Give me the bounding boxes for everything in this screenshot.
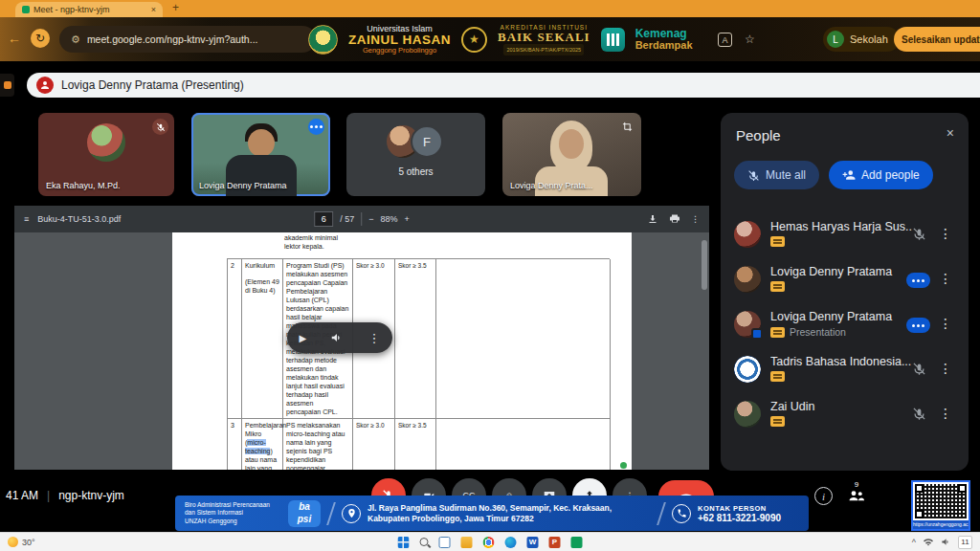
zoom-out-icon[interactable]: − [368,214,373,224]
tab-close-icon[interactable]: × [151,5,156,14]
print-icon[interactable] [669,213,680,225]
meet-favicon [22,6,30,13]
avatar [734,401,761,428]
participant-name: Hemas Haryas Harja Sus... [770,220,912,233]
profile-avatar: L [827,31,844,48]
university-line3: Genggong Probolinggo [348,45,451,55]
keyboard-badge-icon [770,416,785,427]
participant-menu-icon[interactable]: ⋮ [939,361,952,376]
header-branding: Universitas Islam ZAINUL HASAN Genggong … [308,17,693,61]
download-icon[interactable] [647,213,658,225]
selected-text: micro-teaching [245,439,270,454]
table-cell-skor1: Skor ≥ 3.0 [353,419,395,470]
finish-update-button[interactable]: Selesaikan update [894,27,980,52]
address-line1: Jl. Raya Panglima Sudirman No.360, Semam… [368,503,651,514]
weather-widget[interactable]: 30° [8,537,35,547]
pdf-scrollbar[interactable] [702,240,707,290]
presenting-label: Loviga Denny Pratama (Presenting) [61,78,244,92]
participant-row[interactable]: Zai Udin ⋮ [721,392,969,437]
participant-row[interactable]: Loviga Denny Pratama Presentation ⋮ [721,302,969,347]
qr-code: https://unzahgenggong.ac.id [911,480,970,531]
edge-icon[interactable] [505,537,517,548]
volume-tray-icon[interactable] [941,537,951,547]
wifi-icon[interactable] [923,538,934,547]
participants-button[interactable]: 9 [848,481,865,502]
participant-menu-icon[interactable]: ⋮ [939,316,952,331]
unzah-logo [308,25,338,55]
crop-icon[interactable] [619,119,635,135]
video-tile-eka[interactable]: Eka Rahayu, M.Pd. [38,113,174,196]
pdf-sidebar-icon[interactable]: ≡ [24,214,29,224]
people-panel-close-icon[interactable]: × [947,125,954,141]
media-controls-overlay: ▶ ⋮ [287,322,392,353]
table-cell-title: Pembelajaran Mikro (micro-teaching) atau… [242,419,283,470]
browser-profile-button[interactable]: L Sekolah [823,27,900,52]
participant-menu-icon[interactable]: ⋮ [939,226,952,241]
kemenag-label: Kemenag [635,28,693,39]
mic-muted-icon [152,119,168,135]
mic-muted-icon [912,362,926,376]
site-settings-icon[interactable]: ⚙ [71,33,80,46]
new-tab-button[interactable]: + [172,1,179,14]
contact-label: KONTAK PERSON [698,504,781,513]
avatar-initial: F [411,125,443,158]
keyboard-badge-icon [770,327,785,338]
audio-level-icon [308,119,324,135]
pdf-filename: Buku-4-TU-51-3.0.pdf [37,214,121,224]
presenting-banner: Loviga Denny Pratama (Presenting) [27,73,980,98]
tile-name: Eka Rahayu, M.Pd. [46,181,121,190]
avatar [734,266,761,293]
participant-menu-icon[interactable]: ⋮ [939,406,952,421]
meeting-details-button[interactable]: i [814,487,833,505]
volume-icon[interactable] [330,331,344,344]
powerpoint-icon[interactable]: P [549,537,561,548]
chrome-icon[interactable] [483,537,495,548]
mute-all-button[interactable]: Mute all [734,161,819,189]
keyboard-badge-icon [770,281,785,292]
word-icon[interactable]: W [527,537,539,548]
selection-handle[interactable] [620,462,627,469]
side-toolbar-icon[interactable] [0,74,14,97]
zoom-in-icon[interactable]: + [405,214,410,224]
video-tile-loviga2[interactable]: Loviga Denny Prata... [502,113,641,196]
notification-badge[interactable]: 11 [958,536,972,549]
kemenag-tagline: Berdampak [635,39,693,51]
pdf-more-icon[interactable]: ⋮ [691,214,700,224]
url-bar[interactable]: ⚙ meet.google.com/ngp-ktnv-yjm?auth... [59,26,316,53]
phone-icon [672,504,691,523]
bookmark-star-icon[interactable]: ☆ [745,33,755,46]
reload-icon[interactable]: ↻ [31,29,50,48]
back-icon[interactable]: ← [8,31,21,46]
participant-name: Zai Udin [770,400,912,413]
pdf-page: akademik minimal lektor kepala. 2 Kuriku… [172,232,632,470]
play-icon[interactable]: ▶ [300,333,307,343]
org-line1: Biro Administrasi Perencanaan [185,501,284,510]
task-view-icon[interactable] [439,537,451,548]
search-icon[interactable] [420,538,429,546]
browser-tab[interactable]: Meet - ngp-ktnv-yjm × [15,2,163,17]
participant-name: Loviga Denny Pratama [770,310,912,323]
video-tile-others[interactable]: F 5 others [346,113,485,196]
video-tile-loviga[interactable]: Loviga Denny Pratama [191,113,330,196]
table-cell-skor2: Skor ≥ 3.5 [395,419,436,470]
mic-muted-icon [912,407,926,421]
avatar [734,221,761,248]
meet-app-icon[interactable] [571,537,583,548]
start-button[interactable] [398,537,410,548]
tray-expand-icon[interactable]: ^ [912,538,916,547]
participant-name: Tadris Bahasa Indonesia... [770,355,912,368]
accreditation-emblem-icon: ★ [461,27,487,53]
pdf-zoom-level: 88% [381,214,398,224]
add-people-button[interactable]: Add people [829,161,933,189]
overlay-more-icon[interactable]: ⋮ [368,331,380,345]
participant-row[interactable]: Tadris Bahasa Indonesia... ⋮ [721,347,969,392]
file-explorer-icon[interactable] [461,537,473,548]
participant-row[interactable]: Hemas Haryas Harja Sus... ⋮ [721,212,969,257]
table-cell-empty [436,419,611,470]
participant-row[interactable]: Loviga Denny Pratama ⋮ [721,257,969,302]
participant-menu-icon[interactable]: ⋮ [939,271,952,286]
participant-name: Loviga Denny Pratama [770,265,912,278]
translate-icon[interactable]: A [718,33,732,47]
pdf-page-input[interactable] [314,211,333,227]
table-cell-no: 2 [228,259,242,419]
